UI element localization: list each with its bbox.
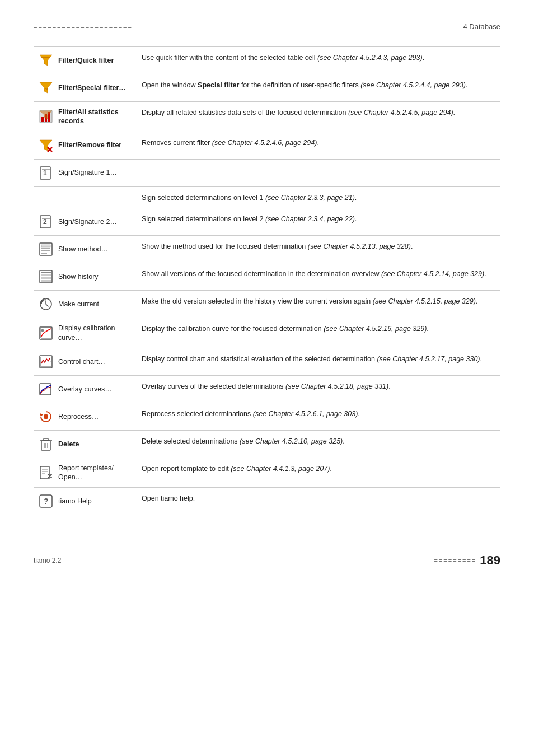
row-label-report-templates: Report templates/Open… <box>58 464 114 482</box>
icon-cell-control-chart: Control chart… <box>34 348 137 375</box>
table-row: Sign selected determinations on level 1 … <box>34 186 500 208</box>
icon-cell-filter-quick: Filter/Quick filter <box>34 47 137 74</box>
svg-rect-22 <box>41 253 47 254</box>
svg-rect-40 <box>44 414 48 419</box>
reprocess-icon <box>38 409 54 424</box>
desc-text-show-history: Show all versions of the focused determi… <box>142 270 486 278</box>
svg-rect-24 <box>41 272 51 273</box>
table-row: Report templates/Open… Open report templ… <box>34 458 500 488</box>
desc-cell-filter-all-statistics: Display all related statistics data sets… <box>137 102 500 132</box>
svg-rect-20 <box>41 248 50 249</box>
desc-cell-show-history: Show all versions of the focused determi… <box>137 263 500 291</box>
row-label-make-current: Make current <box>58 300 99 309</box>
row-label-filter-all-statistics: Filter/All statisticsrecords <box>58 108 119 126</box>
row-label-filter-quick: Filter/Quick filter <box>58 56 114 65</box>
svg-rect-27 <box>41 280 51 282</box>
desc-text-reprocess: Reprocess selected determinations (see C… <box>142 410 360 418</box>
desc-cell-control-chart: Display control chart and statistical ev… <box>137 348 500 375</box>
row-label-overlay-curves: Overlay curves… <box>58 385 112 394</box>
table-row: Filter/All statisticsrecords Display all… <box>34 102 500 132</box>
row-label-filter-remove: Filter/Remove filter <box>58 141 121 150</box>
bottom-bar: tiamo 2.2 ========= 189 <box>34 549 500 568</box>
table-row: Filter/Remove filter Removes current fil… <box>34 132 500 159</box>
sign1-icon: 1 <box>38 165 54 181</box>
desc-text-sign-2: Sign selected determinations on level 2 … <box>142 215 357 223</box>
svg-point-33 <box>41 329 44 332</box>
desc-text-report-templates: Open report template to edit (see Chapte… <box>142 465 332 473</box>
table-row: Reprocess… Reprocess selected determinat… <box>34 403 500 430</box>
table-row: Show method… Show the method used for th… <box>34 236 500 263</box>
desc-text2-sign-1: Sign selected determinations on level 1 … <box>142 194 357 202</box>
table-row: 2 Sign/Signature 2… Sign selected determ… <box>34 208 500 236</box>
table-row: 1 Sign/Signature 1… <box>34 159 500 186</box>
svg-rect-21 <box>41 250 50 251</box>
table-row: Delete Delete selected determinations (s… <box>34 430 500 458</box>
icon-cell-sign-1: 1 Sign/Signature 1… <box>34 159 137 186</box>
filter-remove-icon <box>38 138 54 153</box>
desc-cell-filter-quick: Use quick filter with the content of the… <box>137 47 500 74</box>
control-chart-icon <box>38 354 54 370</box>
row-label-control-chart: Control chart… <box>58 357 105 366</box>
table-row: Display calibrationcurve… Display the ca… <box>34 318 500 348</box>
icon-cell-report-templates: Report templates/Open… <box>34 458 137 488</box>
desc-text-control-chart: Display control chart and statistical ev… <box>142 355 482 363</box>
footer-left: tiamo 2.2 <box>34 557 61 564</box>
footer-page: 189 <box>480 553 500 568</box>
table-row: Control chart… Display control chart and… <box>34 348 500 375</box>
svg-rect-25 <box>41 274 51 276</box>
row-label-delete: Delete <box>58 440 79 449</box>
desc-cell-sign-2: Sign selected determinations on level 2 … <box>137 208 500 236</box>
icon-cell-filter-special: ? Filter/Special filter… <box>34 74 137 102</box>
row-label-reprocess: Reprocess… <box>58 412 99 421</box>
desc-cell-overlay-curves: Overlay curves of the selected determina… <box>137 375 500 403</box>
table-row: ? Filter/Special filter… Open the window… <box>34 74 500 102</box>
icon-cell-sign-2: 2 Sign/Signature 2… <box>34 208 137 236</box>
table-row: Filter/Quick filter Use quick filter wit… <box>34 47 500 74</box>
icon-cell-filter-all-statistics: Filter/All statisticsrecords <box>34 102 137 132</box>
desc-text-show-method: Show the method used for the focused det… <box>142 242 413 250</box>
row-label-sign-1: Sign/Signature 1… <box>58 168 117 177</box>
desc-cell-sign-1 <box>137 159 500 186</box>
desc-cell-reprocess: Reprocess selected determinations (see C… <box>137 403 500 430</box>
svg-text:2: 2 <box>43 218 47 226</box>
overlay-icon <box>38 381 54 397</box>
filter-stats-icon <box>38 109 54 124</box>
desc-text-overlay-curves: Overlay curves of the selected determina… <box>142 382 391 390</box>
desc-text-filter-all-statistics: Display all related statistics data sets… <box>142 109 455 116</box>
svg-marker-0 <box>40 55 52 66</box>
svg-text:1: 1 <box>43 169 47 177</box>
desc-text-filter-special: Open the window Special filter for the d… <box>142 81 467 89</box>
footer-dashes: ========= <box>434 557 476 564</box>
make-current-icon <box>38 296 54 312</box>
table-row: Show history Show all versions of the fo… <box>34 263 500 291</box>
desc-text-filter-remove: Removes current filter (see Chapter 4.5.… <box>142 139 319 147</box>
row-label-show-history: Show history <box>58 272 99 281</box>
table-row: Overlay curves… Overlay curves of the se… <box>34 375 500 403</box>
svg-rect-43 <box>44 438 48 441</box>
desc-text-make-current: Make the old version selected in the his… <box>142 297 477 305</box>
row-label-show-method: Show method… <box>58 245 108 254</box>
icon-cell-show-method: Show method… <box>34 236 137 263</box>
icon-cell-delete: Delete <box>34 430 137 458</box>
help-icon: ? <box>38 493 54 509</box>
footer-right: ========= 189 <box>434 553 500 568</box>
icon-cell-display-calibration: Display calibrationcurve… <box>34 318 137 348</box>
row-label-filter-special: Filter/Special filter… <box>58 83 126 92</box>
table-row: ? tiamo Help Open tiamo help. <box>34 488 500 515</box>
desc-cell-display-calibration: Display the calibration curve for the fo… <box>137 318 500 348</box>
show-history-icon <box>38 269 54 284</box>
top-chapter: 4 Database <box>463 22 501 31</box>
desc-cell-delete: Delete selected determinations (see Chap… <box>137 430 500 458</box>
desc2-cell-sign-1: Sign selected determinations on level 1 … <box>137 186 500 208</box>
report-icon <box>38 465 54 480</box>
delete-icon <box>38 436 54 452</box>
row-label-display-calibration: Display calibrationcurve… <box>58 324 115 342</box>
row-label-tiamo-help: tiamo Help <box>58 497 92 506</box>
desc-cell-filter-special: Open the window Special filter for the d… <box>137 74 500 102</box>
svg-marker-39 <box>40 413 43 417</box>
desc-cell-tiamo-help: Open tiamo help. <box>137 488 500 515</box>
icon-cell-make-current: Make current <box>34 291 137 318</box>
icon-cell-reprocess: Reprocess… <box>34 403 137 430</box>
desc-cell-show-method: Show the method used for the focused det… <box>137 236 500 263</box>
desc-cell-report-templates: Open report template to edit (see Chapte… <box>137 458 500 488</box>
